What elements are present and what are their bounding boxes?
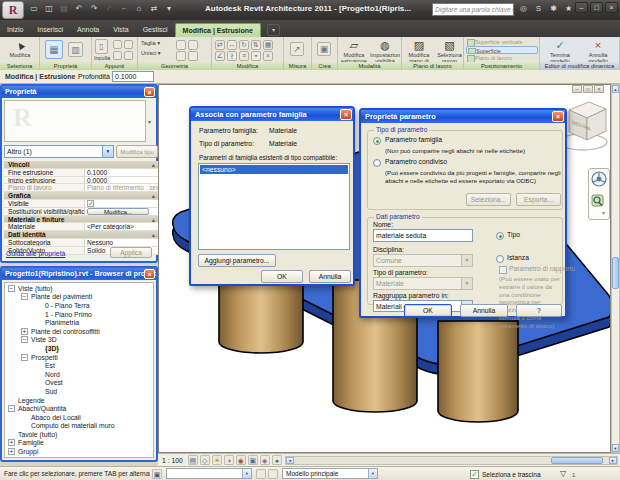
unjoin-icon[interactable]	[176, 51, 186, 61]
panel-label[interactable]: Modalità	[338, 62, 401, 70]
measure-icon[interactable]: ⁄	[103, 3, 115, 15]
3d-view-icon[interactable]: ⌂	[133, 3, 145, 15]
offset-icon[interactable]: ≡	[239, 51, 249, 61]
seleziona-button[interactable]: Seleziona...	[466, 193, 511, 206]
parametro-rapporto-checkbox[interactable]	[499, 266, 507, 274]
radio-condiviso-label[interactable]: Parametro condiviso	[385, 158, 447, 165]
tree-expander-icon[interactable]: −	[21, 354, 28, 361]
modify-button[interactable]: ▲ Modifica	[6, 39, 34, 58]
view-scale-button[interactable]: 1 : 100	[158, 457, 187, 464]
edit-extrusion-button[interactable]: ▱Modifica estrusione	[339, 39, 369, 64]
print-icon[interactable]: ▤	[58, 3, 70, 15]
tree-item[interactable]: Est	[5, 361, 153, 370]
section-grafica[interactable]: Grafica▴	[4, 192, 158, 200]
tree-item[interactable]: Sud	[5, 387, 153, 396]
crop-view-icon[interactable]: ▣	[248, 455, 258, 465]
tree-item[interactable]: − Piante dei pavimenti	[5, 293, 153, 302]
redo-icon[interactable]: ↷	[88, 3, 100, 15]
work-plane-option[interactable]: Piano di lavoro	[466, 54, 538, 62]
browser-close-icon[interactable]: ×	[144, 269, 155, 279]
panel-label[interactable]: Crea	[312, 62, 337, 70]
property-row[interactable]: Sostituzioni visibilità/graficaModifica.…	[4, 208, 158, 216]
panel-label[interactable]: Piano di lavoro	[402, 62, 463, 70]
list-item-selected[interactable]: <nessuno>	[200, 165, 348, 174]
tree-item[interactable]: Collegamenti Revit	[5, 456, 153, 458]
radio-famiglia-label[interactable]: Parametro famiglia	[385, 136, 442, 143]
subscription-icon[interactable]: S	[533, 3, 544, 15]
tree-expander-icon[interactable]: −	[8, 285, 15, 292]
scroll-up-icon[interactable]: ▴	[612, 85, 619, 93]
create-group-icon[interactable]: ▣	[317, 42, 331, 56]
copy-icon[interactable]	[113, 40, 122, 49]
hide-isolate-icon[interactable]: ◈	[260, 455, 270, 465]
tree-item[interactable]: 0 - Piano Terra	[5, 301, 153, 310]
section-dati-identita[interactable]: Dati identità▴	[4, 231, 158, 239]
radio-tipo-label[interactable]: Tipo	[507, 231, 520, 238]
rotate-icon[interactable]: ↻	[239, 40, 249, 50]
tree-expander-icon[interactable]: −	[21, 336, 28, 343]
apply-button[interactable]: Applica	[110, 247, 152, 258]
tree-item[interactable]: + Gruppi	[5, 447, 153, 456]
tree-item[interactable]: + Piante dei controsoffitti	[5, 327, 153, 336]
panel-label[interactable]: Modifica	[212, 62, 283, 70]
navbar-dropdown-icon[interactable]: ▾	[602, 210, 605, 216]
scroll-left-icon[interactable]: ◂	[286, 457, 294, 464]
ribbon-tab-active[interactable]: Modifica | Estrusione	[175, 23, 261, 37]
panel-label[interactable]: Editor di modifica dinamica	[540, 62, 619, 70]
radio-parametro-condiviso[interactable]	[373, 159, 381, 167]
qat-dropdown-icon[interactable]: ▾	[163, 3, 175, 15]
view-restore-icon[interactable]: □	[583, 85, 593, 93]
sync-icon[interactable]: ⇄	[148, 3, 160, 15]
tree-item[interactable]: + Famiglie	[5, 439, 153, 448]
radio-istanza[interactable]	[496, 255, 504, 263]
section-vincoli[interactable]: Vincoli▴	[4, 161, 158, 169]
property-row[interactable]: Fine estrusione0.1000	[4, 169, 158, 177]
ribbon-state-dropdown[interactable]: ▾	[267, 24, 280, 36]
save-icon[interactable]: ◫	[43, 3, 55, 15]
properties-close-icon[interactable]: ×	[144, 87, 155, 97]
depth-input[interactable]: 0.1000	[112, 71, 154, 82]
delete-element-icon[interactable]: ×	[263, 51, 273, 61]
tree-expander-icon[interactable]: +	[21, 328, 28, 335]
section-materiali[interactable]: Materiali e finiture▴	[4, 216, 158, 224]
view-close-icon[interactable]: ×	[594, 85, 604, 93]
design-options-combo[interactable]: Modello principale ▾	[282, 468, 378, 479]
panel-label[interactable]: Appunti	[92, 62, 137, 70]
join-geometry-button[interactable]: Unisci ▾	[141, 50, 171, 56]
dialog-associa-title[interactable]: Associa con parametro famiglia	[191, 108, 353, 121]
property-row[interactable]: SottocategoriaNessuno	[4, 239, 158, 247]
properties-help-link[interactable]: Guida alle proprietà	[6, 250, 65, 257]
tree-item[interactable]: Ovest	[5, 379, 153, 388]
match-type-icon[interactable]	[113, 51, 122, 60]
edit-overrides-button[interactable]: Modifica...	[87, 208, 149, 215]
scroll-right-icon[interactable]: ▸	[609, 457, 617, 464]
panel-label[interactable]: Misura	[284, 62, 311, 70]
tree-item[interactable]: − Viste (tutto)	[5, 284, 153, 293]
reveal-hidden-icon[interactable]: ●	[272, 455, 282, 465]
preview-dropdown-icon[interactable]: ▾	[145, 116, 154, 128]
ribbon-tab[interactable]: Inserisci	[30, 23, 70, 37]
tree-expander-icon[interactable]: +	[8, 448, 15, 455]
dialog-associa-close-icon[interactable]: ×	[340, 109, 352, 120]
ribbon-tab[interactable]: Vista	[106, 23, 135, 37]
property-row-materiale[interactable]: Materiale<Per categoria>	[4, 223, 158, 231]
sun-path-icon[interactable]: ☀	[212, 455, 222, 465]
move-icon[interactable]: ↔	[227, 40, 237, 50]
tree-item[interactable]: Abaco dei Locali	[5, 413, 153, 422]
workset-button-2[interactable]	[268, 469, 278, 479]
tree-expander-icon[interactable]: −	[8, 405, 15, 412]
communication-center-icon[interactable]: ✱	[548, 3, 559, 15]
favorites-icon[interactable]: ★	[563, 3, 574, 15]
esporta-button[interactable]: Esporta...	[516, 193, 561, 206]
param-ok-button[interactable]: OK	[404, 304, 452, 317]
worksets-arrow-icon[interactable]: ▾	[242, 469, 251, 478]
tree-item[interactable]: 1 - Piano Primo	[5, 310, 153, 319]
cut-icon[interactable]	[124, 40, 133, 49]
close-button[interactable]: ×	[605, 2, 618, 13]
split-icon[interactable]: ∤	[227, 51, 237, 61]
panel-label[interactable]: Geometria	[138, 62, 211, 70]
visibility-settings-button[interactable]: ◍Impostazioni visibilità	[370, 39, 400, 64]
tree-item[interactable]: Tavole (tutto)	[5, 430, 153, 439]
tree-item[interactable]: − Viste 3D	[5, 336, 153, 345]
delete-icon[interactable]	[124, 51, 133, 60]
